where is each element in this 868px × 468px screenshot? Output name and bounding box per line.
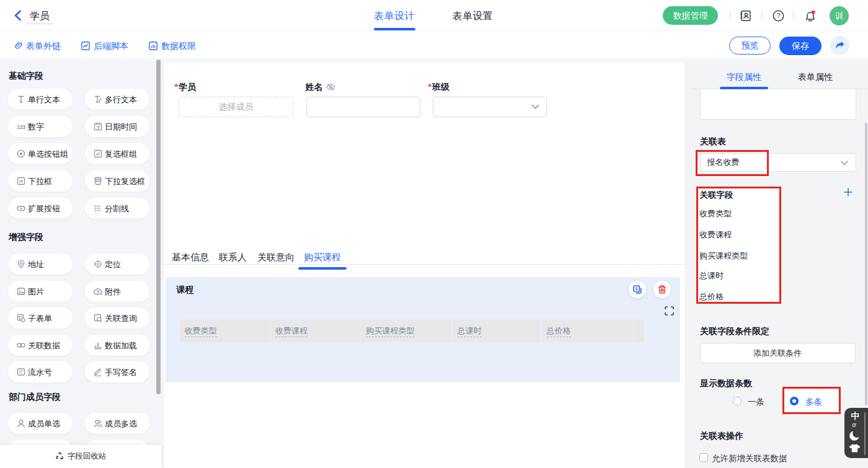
svg-text:123: 123 (17, 124, 25, 130)
svg-text:?: ? (776, 12, 780, 19)
